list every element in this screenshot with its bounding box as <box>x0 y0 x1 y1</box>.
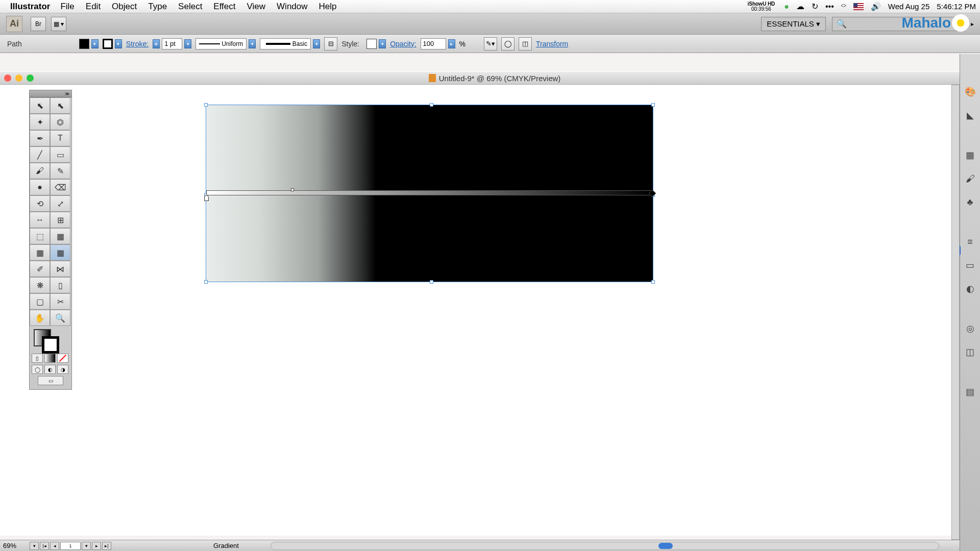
volume-icon[interactable]: 🔊 <box>871 2 881 11</box>
stroke-profile-select[interactable]: Uniform▾ <box>195 38 256 49</box>
draw-behind-button[interactable]: ◐ <box>44 365 56 374</box>
next-artboard-button[interactable]: ▸ <box>92 542 101 550</box>
slice-tool[interactable]: ✂ <box>50 293 70 310</box>
align-button[interactable]: ◯ <box>501 37 514 51</box>
blend-tool[interactable]: ⋈ <box>50 261 70 277</box>
color-mode-button[interactable]: ▯ <box>32 354 43 363</box>
selected-artwork[interactable]: ⬍ <box>206 105 653 282</box>
color-guide-panel-icon[interactable]: ◣ <box>963 108 977 122</box>
menu-extra-icon[interactable]: ••• <box>825 2 834 11</box>
gradient-tool[interactable]: ▦ <box>50 244 70 261</box>
opacity-link[interactable]: Opacity: <box>390 40 416 48</box>
pencil-tool[interactable]: ✎ <box>50 163 70 179</box>
isolate-button[interactable]: ◫ <box>519 37 532 51</box>
draw-normal-button[interactable]: ◯ <box>32 365 43 374</box>
zoom-dropdown[interactable]: ▾ <box>30 542 39 550</box>
width-tool[interactable]: ↔ <box>30 212 50 228</box>
gradient-mode-button[interactable] <box>44 354 56 363</box>
stroke-weight-input[interactable]: ≑1 pt▾ <box>153 38 191 49</box>
wifi-icon[interactable]: ⌔ <box>841 2 846 11</box>
selection-handle[interactable] <box>204 103 208 107</box>
selection-handle[interactable] <box>651 280 655 284</box>
zoom-tool[interactable]: 🔍 <box>50 310 70 326</box>
zoom-icon[interactable] <box>27 74 34 82</box>
brushes-panel-icon[interactable]: 🖌 <box>963 171 977 186</box>
menu-file[interactable]: File <box>60 2 74 12</box>
menu-time[interactable]: 5:46:12 PM <box>937 2 976 11</box>
direct-selection-tool[interactable]: ⬉ <box>50 97 70 114</box>
pen-tool[interactable]: ✒ <box>30 130 50 146</box>
search-input[interactable]: 🔍 Mahalo <box>832 17 965 31</box>
graphic-style-select[interactable]: ▾ <box>366 39 386 49</box>
brush-definition-select[interactable]: Basic▾ <box>260 38 320 49</box>
selection-tool[interactable]: ⬉ <box>30 97 50 114</box>
scale-tool[interactable]: ⤢ <box>50 195 70 212</box>
gradient-stop-start[interactable] <box>204 195 209 201</box>
vertical-scrollbar[interactable] <box>951 85 960 540</box>
brush-options-button[interactable]: ⊟ <box>324 37 337 51</box>
menu-edit[interactable]: Edit <box>86 2 101 12</box>
gradient-midpoint[interactable] <box>291 188 294 191</box>
selection-handle[interactable] <box>430 103 433 107</box>
screen-mode-button[interactable]: ▭ <box>38 376 63 385</box>
sync-icon[interactable]: ↻ <box>812 2 818 11</box>
none-mode-button[interactable] <box>57 354 68 363</box>
perspective-tool[interactable]: ▦ <box>50 228 70 244</box>
shape-builder-tool[interactable]: ⬚ <box>30 228 50 244</box>
appearance-panel-icon[interactable]: ◎ <box>963 321 977 336</box>
menu-help[interactable]: Help <box>319 2 337 12</box>
menu-type[interactable]: Type <box>148 2 167 12</box>
selection-handle[interactable] <box>430 280 433 284</box>
artboard-dropdown[interactable]: ▾ <box>82 542 91 550</box>
rotate-tool[interactable]: ⟲ <box>30 195 50 212</box>
stroke-link[interactable]: Stroke: <box>126 40 149 48</box>
paintbrush-tool[interactable]: 🖌 <box>30 163 50 179</box>
artboard-tool[interactable]: ▢ <box>30 293 50 310</box>
prev-artboard-button[interactable]: ◂ <box>50 542 59 550</box>
app-name-menu[interactable]: Illustrator <box>10 2 50 12</box>
line-tool[interactable]: ╱ <box>30 146 50 163</box>
zoom-level[interactable]: 69% <box>3 542 30 549</box>
fill-stroke-indicator[interactable] <box>30 326 71 353</box>
eyedropper-tool[interactable]: ✐ <box>30 261 50 277</box>
free-transform-tool[interactable]: ⊞ <box>50 212 70 228</box>
input-flag-icon[interactable] <box>853 3 864 10</box>
graphic-styles-panel-icon[interactable]: ◫ <box>963 345 977 359</box>
menu-window[interactable]: Window <box>277 2 307 12</box>
artboard-number[interactable]: 1 <box>60 542 81 550</box>
lasso-tool[interactable]: ⏣ <box>50 114 70 130</box>
selection-handle[interactable] <box>204 280 208 284</box>
horizontal-scrollbar[interactable] <box>271 542 939 550</box>
cloud-icon[interactable]: ☁ <box>796 2 804 11</box>
draw-inside-button[interactable]: ◑ <box>57 365 68 374</box>
recolor-button[interactable]: ✎▾ <box>484 37 497 51</box>
menu-view[interactable]: View <box>247 2 266 12</box>
menu-effect[interactable]: Effect <box>213 2 235 12</box>
menu-select[interactable]: Select <box>178 2 202 12</box>
fill-swatch[interactable]: ▾ <box>79 39 99 49</box>
opacity-input[interactable]: 100▸ <box>421 38 455 49</box>
minimize-icon[interactable] <box>15 74 22 82</box>
menu-object[interactable]: Object <box>112 2 137 12</box>
rectangle-tool[interactable]: ▭ <box>50 146 70 163</box>
layers-panel-icon[interactable]: ▤ <box>963 385 977 399</box>
transparency-panel-icon[interactable]: ◐ <box>963 282 977 296</box>
workspace-switcher[interactable]: ESSENTIALS ▾ <box>761 17 826 31</box>
close-icon[interactable] <box>4 74 11 82</box>
stroke-swatch[interactable]: ▾ <box>103 39 122 49</box>
tools-panel-header[interactable]: ≫ <box>30 90 71 97</box>
symbols-panel-icon[interactable]: ♣ <box>963 195 977 209</box>
panel-collapse-icon[interactable]: ▸ <box>971 20 974 28</box>
magic-wand-tool[interactable]: ✦ <box>30 114 50 130</box>
bridge-button[interactable]: Br <box>31 17 46 31</box>
menu-date[interactable]: Wed Aug 25 <box>888 2 929 11</box>
selection-handle[interactable] <box>651 103 655 107</box>
color-panel-icon[interactable]: 🎨 <box>963 85 977 99</box>
type-tool[interactable]: T <box>50 130 70 146</box>
last-artboard-button[interactable]: ▸| <box>102 542 111 550</box>
hand-tool[interactable]: ✋ <box>30 310 50 326</box>
scrollbar-thumb[interactable] <box>658 543 673 549</box>
blob-brush-tool[interactable]: ● <box>30 179 50 195</box>
gradient-bar[interactable] <box>206 190 653 195</box>
eraser-tool[interactable]: ⌫ <box>50 179 70 195</box>
